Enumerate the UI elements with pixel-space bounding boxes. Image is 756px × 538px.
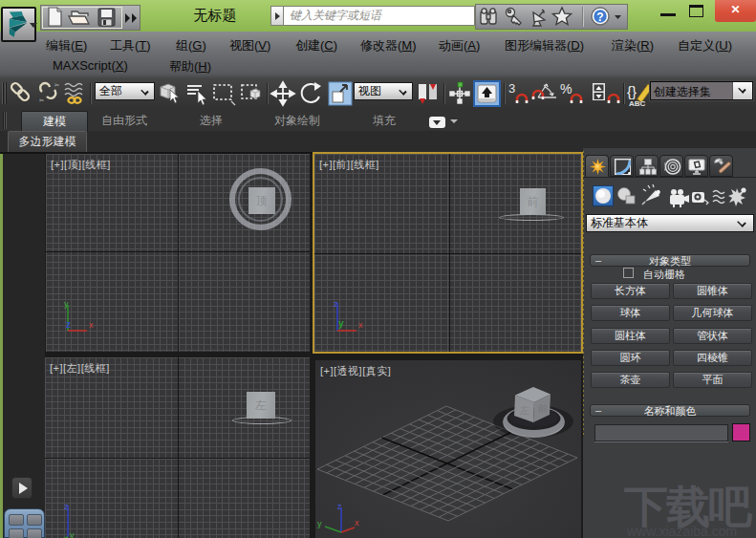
svg-text:3: 3	[508, 81, 515, 96]
svg-text:ABC: ABC	[629, 99, 646, 108]
svg-text:y: y	[317, 519, 322, 528]
svg-text:前: 前	[538, 403, 548, 414]
svg-text:x: x	[355, 518, 359, 527]
svg-text:z: z	[66, 319, 71, 330]
svg-text:z: z	[334, 299, 338, 309]
svg-text:{}: {}	[627, 83, 637, 99]
svg-text:z: z	[64, 502, 69, 511]
svg-text:左: 左	[520, 405, 529, 416]
svg-text:✂: ✂	[39, 97, 44, 103]
svg-text:x: x	[358, 320, 363, 330]
svg-text:y: y	[70, 530, 75, 538]
svg-text:x: x	[89, 320, 94, 330]
svg-text:z: z	[337, 502, 342, 511]
svg-text:y: y	[338, 318, 344, 329]
svg-text:?: ?	[596, 11, 603, 24]
svg-text:✂: ✂	[54, 82, 59, 88]
svg-text:y: y	[64, 299, 69, 309]
svg-text:%: %	[560, 81, 572, 97]
